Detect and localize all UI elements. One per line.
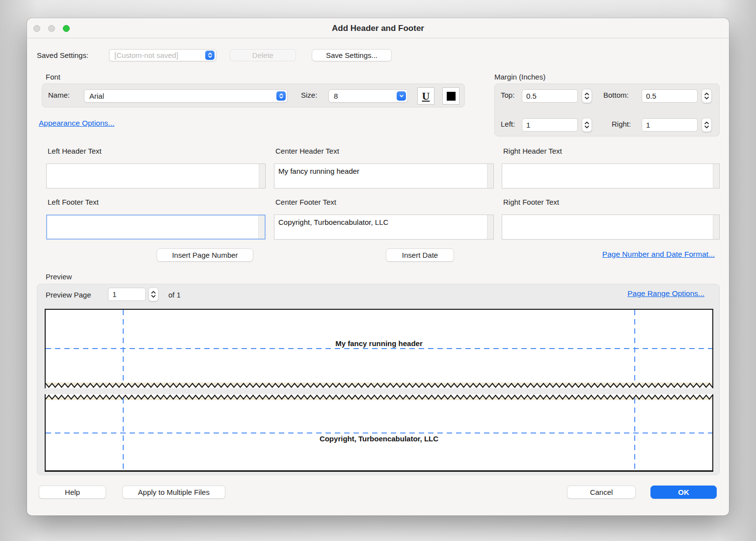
- font-section-label: Font: [46, 73, 60, 81]
- right-header-textarea[interactable]: [502, 164, 713, 188]
- left-header-label: Left Header Text: [48, 147, 102, 155]
- titlebar: Add Header and Footer: [27, 18, 729, 38]
- font-name-select[interactable]: Arial: [84, 89, 288, 103]
- torn-edge-bottom: [46, 382, 712, 388]
- insert-date-button[interactable]: Insert Date: [386, 248, 454, 262]
- right-footer-textarea[interactable]: [502, 215, 713, 239]
- save-settings-button[interactable]: Save Settings...: [312, 49, 392, 61]
- chevron-up-down-icon: [276, 91, 286, 101]
- page-number-date-format-link[interactable]: Page Number and Date Format...: [602, 250, 715, 259]
- margin-panel: Top: Bottom: Left: Right:: [494, 83, 720, 136]
- margin-right-stepper[interactable]: [702, 118, 712, 132]
- center-header-field: My fancy running header: [274, 163, 494, 189]
- font-size-select[interactable]: 8: [328, 89, 408, 103]
- saved-settings-label: Saved Settings:: [37, 51, 88, 59]
- saved-settings-value: [Custom-not saved]: [114, 51, 205, 59]
- font-name-label: Name:: [48, 91, 70, 99]
- left-footer-label: Left Footer Text: [48, 198, 99, 206]
- margin-top-stepper[interactable]: [582, 89, 592, 103]
- margin-right-input[interactable]: [642, 118, 698, 132]
- left-header-textarea[interactable]: [47, 164, 259, 188]
- center-header-textarea[interactable]: My fancy running header: [274, 164, 487, 188]
- page-top-segment: My fancy running header: [45, 309, 713, 388]
- left-footer-field: [46, 215, 266, 240]
- chevron-down-icon: [397, 91, 406, 101]
- scrollbar-track[interactable]: [487, 164, 493, 188]
- preview-panel: Preview Page of 1 Page Range Options... …: [37, 284, 720, 475]
- insert-page-number-button[interactable]: Insert Page Number: [157, 248, 253, 262]
- margin-bottom-stepper[interactable]: [702, 89, 712, 103]
- margin-bottom-label: Bottom:: [603, 91, 629, 99]
- appearance-options-link[interactable]: Appearance Options...: [39, 119, 114, 128]
- left-footer-textarea[interactable]: [47, 216, 258, 239]
- right-header-field: [502, 163, 720, 189]
- font-color-button[interactable]: [442, 87, 459, 105]
- ok-button[interactable]: OK: [650, 486, 717, 499]
- right-footer-label: Right Footer Text: [503, 198, 559, 206]
- scrollbar-track[interactable]: [713, 215, 719, 239]
- page-preview: My fancy running header Copyright, Turbo…: [45, 309, 713, 472]
- preview-footer-text: Copyright, Turboencabulator, LLC: [46, 434, 712, 444]
- margin-left-stepper[interactable]: [582, 118, 592, 132]
- cancel-button[interactable]: Cancel: [567, 486, 636, 499]
- margin-right-label: Right:: [612, 120, 631, 128]
- torn-edge-top: [46, 394, 712, 400]
- black-color-swatch: [447, 92, 456, 101]
- desktop: Add Header and Footer Saved Settings: [C…: [0, 0, 756, 541]
- font-size-value: 8: [334, 92, 397, 100]
- center-footer-label: Center Footer Text: [275, 198, 336, 206]
- center-header-label: Center Header Text: [275, 147, 339, 155]
- saved-settings-select[interactable]: [Custom-not saved]: [109, 49, 216, 61]
- margin-top-input[interactable]: [522, 89, 578, 103]
- center-footer-textarea[interactable]: Copyright, Turboencabulator, LLC: [274, 215, 487, 239]
- chevron-up-down-icon: [205, 51, 215, 60]
- add-header-footer-dialog: Add Header and Footer Saved Settings: [C…: [27, 18, 729, 515]
- margin-bottom-input[interactable]: [642, 89, 698, 103]
- footer-margin-guide: [46, 433, 712, 433]
- help-button[interactable]: Help: [39, 486, 106, 499]
- center-footer-field: Copyright, Turboencabulator, LLC: [274, 215, 494, 240]
- preview-header-text: My fancy running header: [46, 339, 712, 349]
- preview-page-input[interactable]: [108, 288, 146, 301]
- dialog-title: Add Header and Footer: [27, 18, 729, 38]
- right-footer-field: [502, 215, 720, 240]
- preview-section-label: Preview: [46, 272, 72, 281]
- page-bottom-segment: Copyright, Turboencabulator, LLC: [45, 394, 713, 472]
- margin-top-label: Top:: [501, 91, 514, 99]
- scrollbar-track[interactable]: [713, 164, 719, 188]
- preview-page-of-label: of 1: [168, 291, 181, 299]
- preview-page-label: Preview Page: [46, 291, 91, 299]
- page-range-options-link[interactable]: Page Range Options...: [627, 289, 704, 298]
- left-header-field: [46, 163, 266, 189]
- font-size-label: Size:: [301, 91, 317, 99]
- underline-button[interactable]: U: [417, 87, 434, 105]
- right-header-label: Right Header Text: [503, 147, 562, 155]
- scrollbar-track[interactable]: [487, 215, 493, 239]
- preview-page-stepper[interactable]: [148, 287, 159, 301]
- scrollbar-track[interactable]: [259, 164, 265, 188]
- apply-to-multiple-files-button[interactable]: Apply to Multiple Files: [122, 486, 225, 499]
- margin-left-input[interactable]: [522, 118, 578, 132]
- scrollbar-track[interactable]: [258, 216, 265, 239]
- underline-glyph: U: [422, 91, 430, 102]
- font-name-value: Arial: [89, 92, 276, 100]
- margin-left-label: Left:: [501, 120, 515, 128]
- font-panel: Name: Arial Size: 8 U: [42, 83, 465, 108]
- delete-settings-button[interactable]: Delete: [230, 49, 296, 61]
- margin-section-label: Margin (Inches): [494, 73, 545, 81]
